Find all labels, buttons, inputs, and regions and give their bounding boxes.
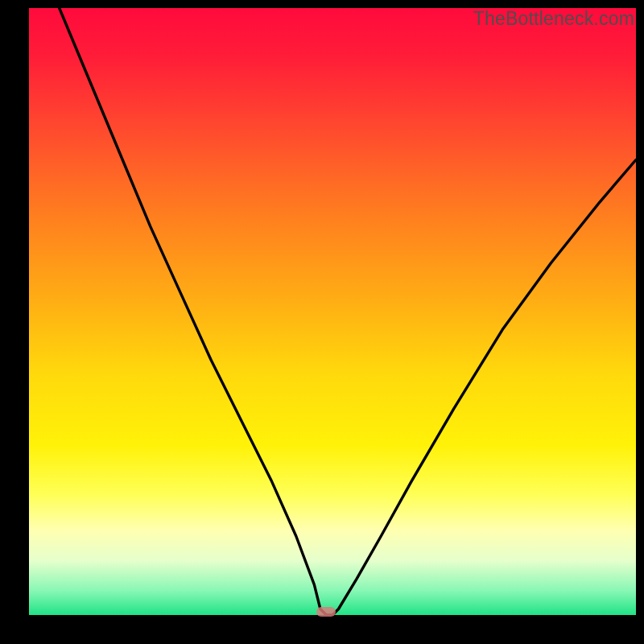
curve-layer	[29, 8, 636, 615]
bottleneck-curve	[60, 8, 636, 615]
minimum-marker	[316, 607, 336, 617]
chart-frame: TheBottleneck.com	[0, 0, 644, 644]
curve-svg	[29, 8, 636, 615]
